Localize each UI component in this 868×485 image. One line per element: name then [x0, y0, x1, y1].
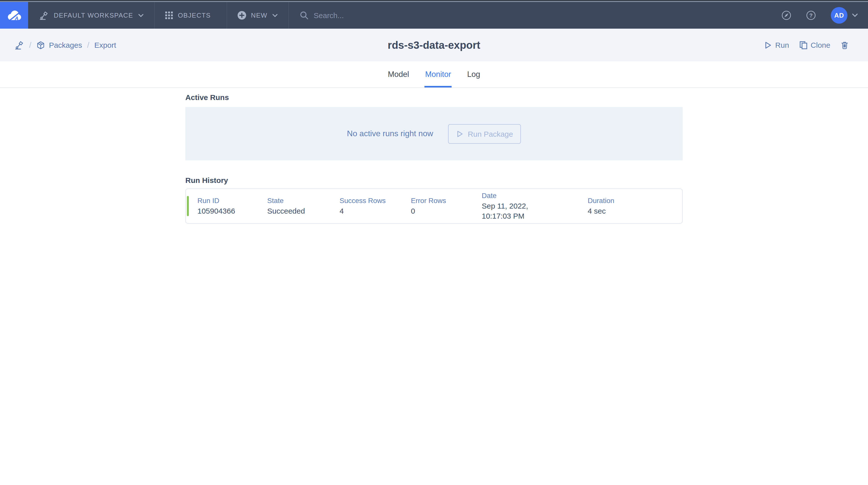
- play-icon: [456, 130, 464, 138]
- success-rows-label: Success Rows: [340, 196, 411, 205]
- workspace-switcher[interactable]: DEFAULT WORKSPACE: [28, 2, 155, 29]
- error-rows-cell: Error Rows 0: [411, 196, 482, 216]
- breadcrumb-current: Export: [94, 41, 116, 49]
- active-runs-panel: No active runs right now Run Package: [185, 107, 683, 160]
- search-input[interactable]: [314, 11, 444, 20]
- plus-circle-icon: [237, 11, 246, 20]
- objects-menu-button[interactable]: OBJECTS: [155, 2, 227, 29]
- delete-button[interactable]: [840, 40, 849, 50]
- trash-icon: [840, 40, 849, 50]
- success-rows-value: 4: [340, 206, 411, 216]
- no-active-runs-message: No active runs right now: [347, 129, 433, 138]
- run-package-button[interactable]: Run Package: [448, 124, 521, 144]
- grid-icon: [165, 11, 173, 19]
- breadcrumb-packages[interactable]: Packages: [36, 40, 82, 50]
- breadcrumb-separator: /: [87, 40, 89, 50]
- package-cube-icon: [36, 40, 45, 50]
- page-title: rds-s3-data-export: [388, 39, 480, 51]
- run-history-row[interactable]: Run ID 105904366 State Succeeded Success…: [185, 188, 683, 224]
- account-menu[interactable]: AD: [831, 7, 858, 24]
- search-container: [300, 2, 782, 29]
- chevron-down-icon: [273, 13, 278, 17]
- run-id-value: 105904366: [197, 206, 267, 216]
- topbar-right-group: ? AD: [782, 2, 868, 29]
- success-rows-cell: Success Rows 4: [340, 196, 411, 216]
- breadcrumb-separator: /: [29, 40, 31, 50]
- state-cell: State Succeeded: [267, 196, 340, 216]
- new-label: NEW: [251, 11, 267, 19]
- run-button[interactable]: Run: [764, 41, 789, 49]
- tab-log[interactable]: Log: [467, 61, 481, 87]
- chevron-down-icon: [138, 13, 144, 17]
- search-icon: [300, 11, 309, 20]
- avatar[interactable]: AD: [831, 7, 847, 24]
- run-id-label: Run ID: [197, 196, 267, 205]
- state-label: State: [267, 196, 340, 205]
- duration-value: 4 sec: [588, 206, 682, 216]
- clone-button[interactable]: Clone: [799, 40, 830, 50]
- workspace-home-lamp-icon[interactable]: [14, 40, 24, 50]
- breadcrumb-packages-label: Packages: [49, 41, 82, 49]
- run-package-label: Run Package: [468, 129, 513, 138]
- error-rows-value: 0: [411, 206, 482, 216]
- date-cell: Date Sep 11, 2022, 10:17:03 PM: [482, 191, 588, 221]
- help-icon[interactable]: ?: [806, 10, 816, 20]
- tab-model[interactable]: Model: [387, 61, 409, 87]
- chevron-down-icon: [852, 13, 858, 18]
- tab-bar: Model Monitor Log: [0, 61, 868, 88]
- page-header: / Packages / Export rds-s3-data-export: [0, 29, 868, 61]
- app-root: A DEFAULT WORKSPACE: [0, 0, 868, 243]
- date-value: Sep 11, 2022, 10:17:03 PM: [482, 201, 558, 221]
- new-menu-button[interactable]: NEW: [227, 2, 289, 29]
- package-actions: Run Clone: [764, 40, 849, 50]
- top-nav-bar: A DEFAULT WORKSPACE: [0, 2, 868, 29]
- run-button-label: Run: [775, 41, 789, 49]
- objects-label: OBJECTS: [178, 11, 211, 19]
- error-rows-label: Error Rows: [411, 196, 482, 205]
- run-id-cell: Run ID 105904366: [197, 196, 267, 216]
- monitor-content: Active Runs No active runs right now Run…: [185, 93, 683, 224]
- run-history-heading: Run History: [185, 176, 683, 184]
- explore-compass-icon[interactable]: [782, 10, 791, 20]
- svg-text:?: ?: [809, 12, 812, 19]
- clone-icon: [799, 40, 808, 50]
- clone-button-label: Clone: [811, 41, 830, 49]
- duration-label: Duration: [588, 196, 682, 205]
- play-icon: [764, 41, 772, 49]
- duration-cell: Duration 4 sec: [588, 196, 682, 216]
- svg-text:A: A: [14, 15, 19, 21]
- window-top-edge: [0, 0, 868, 2]
- state-value: Succeeded: [267, 206, 340, 216]
- run-status-indicator: [187, 196, 189, 216]
- breadcrumb: / Packages / Export: [14, 40, 116, 50]
- active-runs-heading: Active Runs: [185, 93, 683, 101]
- workspace-label: DEFAULT WORKSPACE: [54, 11, 133, 19]
- cloud-logo-icon: A: [5, 9, 23, 22]
- date-label: Date: [482, 191, 588, 200]
- tab-monitor[interactable]: Monitor: [425, 61, 452, 87]
- workspace-lamp-icon: [39, 10, 49, 20]
- brand-logo[interactable]: A: [0, 2, 28, 29]
